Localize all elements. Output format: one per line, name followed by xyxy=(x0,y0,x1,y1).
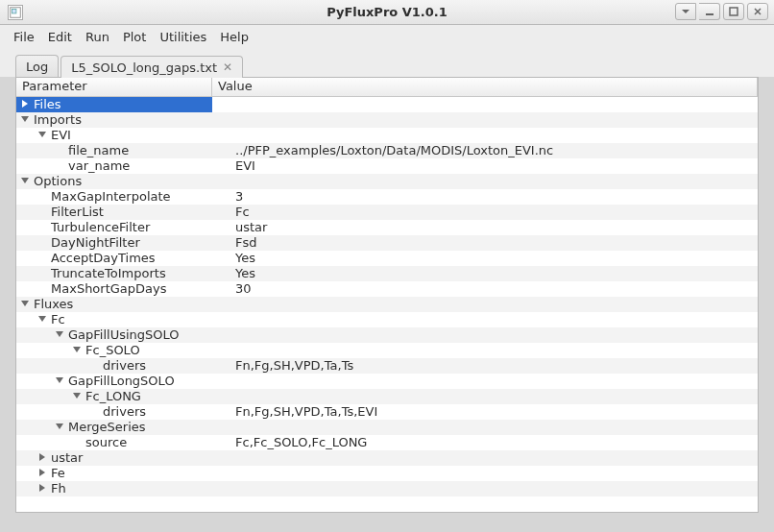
key-maxgap: MaxGapInterpolate xyxy=(49,189,171,205)
row-drivers-long[interactable]: drivers Fn,Fg,SH,VPD,Ta,Ts,EVI xyxy=(16,404,758,420)
val-daynight: Fsd xyxy=(235,235,257,251)
label-fh: Fh xyxy=(49,481,66,496)
row-evi[interactable]: EVI xyxy=(16,128,758,143)
row-files[interactable]: Files xyxy=(16,97,758,112)
row-options[interactable]: Options xyxy=(16,174,758,189)
tab-active-file-label: L5_SOLO_long_gaps.txt xyxy=(71,60,217,75)
row-ustar[interactable]: ustar xyxy=(16,450,758,466)
row-fc-long[interactable]: Fc_LONG xyxy=(16,389,758,404)
label-fc-solo: Fc_SOLO xyxy=(84,343,140,358)
val-truncate: Yes xyxy=(235,266,255,281)
label-fluxes: Fluxes xyxy=(32,297,73,312)
key-acceptday: AcceptDayTimes xyxy=(49,251,156,266)
expand-icon[interactable] xyxy=(20,114,32,126)
val-drivers-solo: Fn,Fg,SH,VPD,Ta,Ts xyxy=(235,358,353,374)
key-drivers-solo: drivers xyxy=(101,358,146,374)
label-ustar: ustar xyxy=(49,450,83,466)
expand-icon[interactable] xyxy=(37,314,49,326)
window-title: PyFluxPro V1.0.1 xyxy=(0,5,774,19)
row-fe[interactable]: Fe xyxy=(16,466,758,481)
expand-icon[interactable] xyxy=(72,391,84,402)
val-file-name: ../PFP_examples/Loxton/Data/MODIS/Loxton… xyxy=(235,143,553,158)
tab-log[interactable]: Log xyxy=(15,55,59,77)
val-maxshort: 30 xyxy=(235,281,252,297)
row-truncate[interactable]: TruncateToImports Yes xyxy=(16,266,758,281)
key-file-name: file_name xyxy=(66,143,129,158)
val-var-name: EVI xyxy=(235,158,255,174)
label-gapfilllong: GapFillLongSOLO xyxy=(66,374,175,389)
expand-icon[interactable] xyxy=(37,130,49,141)
val-drivers-long: Fn,Fg,SH,VPD,Ta,Ts,EVI xyxy=(235,404,377,420)
val-filterlist: Fc xyxy=(235,205,250,220)
row-imports[interactable]: Imports xyxy=(16,112,758,128)
menu-utilities[interactable]: Utilities xyxy=(159,30,206,44)
menu-help[interactable]: Help xyxy=(220,30,249,44)
label-files: Files xyxy=(32,97,61,112)
tab-active-file[interactable]: L5_SOLO_long_gaps.txt ✕ xyxy=(60,56,243,78)
row-fc-solo[interactable]: Fc_SOLO xyxy=(16,343,758,358)
window-button-group xyxy=(675,3,768,20)
label-imports: Imports xyxy=(32,112,82,128)
svg-rect-1 xyxy=(12,9,16,12)
row-drivers-solo[interactable]: drivers Fn,Fg,SH,VPD,Ta,Ts xyxy=(16,358,758,374)
row-turbulence[interactable]: TurbulenceFilter ustar xyxy=(16,220,758,235)
label-options: Options xyxy=(32,174,82,189)
key-truncate: TruncateToImports xyxy=(49,266,166,281)
expand-icon[interactable] xyxy=(20,299,32,310)
collapse-icon[interactable] xyxy=(37,452,49,464)
row-source[interactable]: source Fc,Fc_SOLO,Fc_LONG xyxy=(16,435,758,450)
row-var-name[interactable]: var_name EVI xyxy=(16,158,758,174)
tab-log-label: Log xyxy=(26,60,48,74)
expand-icon[interactable] xyxy=(55,329,66,341)
collapse-icon[interactable] xyxy=(37,468,49,479)
minimize-button[interactable] xyxy=(699,3,720,20)
row-maxshort[interactable]: MaxShortGapDays 30 xyxy=(16,281,758,297)
label-mergeseries: MergeSeries xyxy=(66,420,146,435)
key-maxshort: MaxShortGapDays xyxy=(49,281,167,297)
row-daynight[interactable]: DayNightFilter Fsd xyxy=(16,235,758,251)
val-source: Fc,Fc_SOLO,Fc_LONG xyxy=(235,435,367,450)
label-evi: EVI xyxy=(49,128,71,143)
expand-icon[interactable] xyxy=(72,345,84,356)
row-gapfillsolo[interactable]: GapFillUsingSOLO xyxy=(16,327,758,343)
menu-run[interactable]: Run xyxy=(85,30,109,44)
row-fluxes[interactable]: Fluxes xyxy=(16,297,758,312)
val-acceptday: Yes xyxy=(235,251,255,266)
app-icon xyxy=(8,5,23,20)
row-mergeseries[interactable]: MergeSeries xyxy=(16,420,758,435)
row-filterlist[interactable]: FilterList Fc xyxy=(16,205,758,220)
close-button[interactable] xyxy=(747,3,768,20)
svg-rect-2 xyxy=(706,13,714,15)
tab-close-icon[interactable]: ✕ xyxy=(223,60,232,74)
key-daynight: DayNightFilter xyxy=(49,235,140,251)
label-fc-long: Fc_LONG xyxy=(84,389,141,404)
window-titlebar: PyFluxPro V1.0.1 xyxy=(0,0,774,25)
expand-icon[interactable] xyxy=(55,422,66,433)
column-header-parameter[interactable]: Parameter xyxy=(16,78,212,96)
key-var-name: var_name xyxy=(66,158,130,174)
menu-plot[interactable]: Plot xyxy=(123,30,147,44)
config-tree[interactable]: Files Imports EVI file_name ../PFP_examp… xyxy=(16,97,758,496)
label-fe: Fe xyxy=(49,466,65,481)
collapse-icon[interactable] xyxy=(20,99,32,110)
expand-icon[interactable] xyxy=(55,375,66,387)
val-maxgap: 3 xyxy=(235,189,243,205)
row-fh[interactable]: Fh xyxy=(16,481,758,496)
key-drivers-long: drivers xyxy=(101,404,146,420)
menu-edit[interactable]: Edit xyxy=(48,30,72,44)
menubar: File Edit Run Plot Utilities Help xyxy=(0,25,774,50)
svg-rect-3 xyxy=(730,8,738,15)
row-gapfilllong[interactable]: GapFillLongSOLO xyxy=(16,374,758,389)
row-acceptday[interactable]: AcceptDayTimes Yes xyxy=(16,251,758,266)
val-turbulence: ustar xyxy=(235,220,267,235)
expand-icon[interactable] xyxy=(20,176,32,187)
maximize-button[interactable] xyxy=(723,3,744,20)
row-maxgap[interactable]: MaxGapInterpolate 3 xyxy=(16,189,758,205)
column-header-value[interactable]: Value xyxy=(212,78,758,96)
row-fc[interactable]: Fc xyxy=(16,312,758,327)
key-source: source xyxy=(84,435,127,450)
menu-file[interactable]: File xyxy=(13,30,35,44)
window-menu-button[interactable] xyxy=(675,3,696,20)
collapse-icon[interactable] xyxy=(37,483,49,495)
row-file-name[interactable]: file_name ../PFP_examples/Loxton/Data/MO… xyxy=(16,143,758,158)
